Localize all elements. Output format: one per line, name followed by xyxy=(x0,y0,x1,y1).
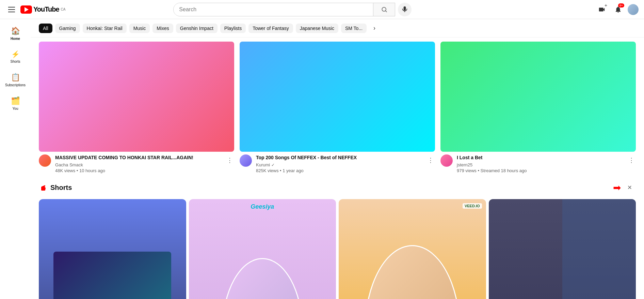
video-thumbnail-3 xyxy=(440,42,636,152)
channel-avatar-1[interactable] xyxy=(39,154,51,167)
shorts-header: Shorts ➡ × xyxy=(39,181,636,194)
youtube-logo[interactable]: YouTubeCA xyxy=(20,5,65,14)
filter-next-button[interactable]: › xyxy=(371,23,378,33)
filter-bar: All Gaming Honkai: Star Rail Music Mixes… xyxy=(31,19,644,38)
you-icon: 🗂️ xyxy=(11,96,20,105)
filter-chip-sm[interactable]: SM To... xyxy=(341,24,367,33)
search-button[interactable] xyxy=(373,3,395,16)
logo-text: YouTube xyxy=(33,5,59,13)
mic-button[interactable] xyxy=(398,3,412,16)
short-watermark-text-2: Geesiya xyxy=(251,203,274,210)
shorts-grid: Geesiya VEED.IO Well I can't read... xyxy=(39,199,636,299)
sidebar-label-subscriptions: Subscriptions xyxy=(5,83,26,87)
short-card-3[interactable]: VEED.IO Well I can't read... xyxy=(339,199,486,299)
notification-badge: 9+ xyxy=(618,3,624,8)
filter-chip-mixes[interactable]: Mixes xyxy=(152,24,173,33)
shorts-title-area: Shorts xyxy=(39,183,72,192)
sidebar-label-home: Home xyxy=(11,37,20,41)
avatar[interactable] xyxy=(628,4,639,15)
header-left: YouTubeCA xyxy=(5,4,80,15)
arrow-right-icon: ➡ xyxy=(613,182,621,193)
video-section: MASSIVE UPDATE COMING TO HONKAI STAR RAI… xyxy=(31,38,644,176)
shorts-icon: ⚡ xyxy=(11,50,20,58)
main-content: All Gaming Honkai: Star Rail Music Mixes… xyxy=(31,19,644,299)
youtube-logo-icon xyxy=(20,5,32,14)
short-card-4[interactable]: ► L STREAMER L TAKE Why you gotta do me … xyxy=(489,199,636,299)
svg-point-0 xyxy=(382,7,386,11)
search-bar xyxy=(173,3,395,16)
header-right: 9+ xyxy=(595,3,639,16)
video-thumbnail-1 xyxy=(39,42,234,152)
short-watermark-text-3: VEED.IO xyxy=(463,203,482,209)
filter-chip-music[interactable]: Music xyxy=(129,24,150,33)
shorts-section-title: Shorts xyxy=(50,184,72,192)
video-meta-1: MASSIVE UPDATE COMING TO HONKAI STAR RAI… xyxy=(55,154,221,174)
shorts-actions: ➡ × xyxy=(613,181,636,194)
channel-avatar-2[interactable] xyxy=(240,154,252,167)
video-menu-btn-1[interactable]: ⋮ xyxy=(225,155,234,165)
video-grid: MASSIVE UPDATE COMING TO HONKAI STAR RAI… xyxy=(39,42,636,176)
short-thumbnail-3: VEED.IO Well I can't read... xyxy=(339,199,486,299)
short-thumbnail-1 xyxy=(39,199,186,299)
video-meta-3: I Lost a Bet jstern25 979 views • Stream… xyxy=(457,154,623,174)
video-thumb-img-1 xyxy=(39,42,234,152)
create-button[interactable] xyxy=(595,3,609,16)
sidebar-item-subscriptions[interactable]: 📋 Subscriptions xyxy=(0,69,31,91)
sidebar-label-you: You xyxy=(13,107,18,110)
video-card-3[interactable]: I Lost a Bet jstern25 979 views • Stream… xyxy=(440,42,636,176)
video-stats-2: 825K views • 1 year ago xyxy=(256,168,422,173)
video-stats-1: 48K views • 10 hours ago xyxy=(55,168,221,173)
shorts-logo-icon xyxy=(39,183,47,192)
sidebar-item-home[interactable]: 🏠 Home xyxy=(0,23,31,45)
shorts-section: Shorts ➡ × Geesiya xyxy=(31,176,644,299)
sidebar-label-shorts: Shorts xyxy=(11,60,20,63)
video-channel-1: Gacha Smack xyxy=(55,162,221,167)
search-icon xyxy=(381,6,388,13)
video-thumb-img-2 xyxy=(240,42,435,152)
sidebar: 🏠 Home ⚡ Shorts 📋 Subscriptions 🗂️ You xyxy=(0,19,31,299)
hamburger-menu[interactable] xyxy=(5,4,18,15)
mic-icon xyxy=(401,6,408,13)
sidebar-item-you[interactable]: 🗂️ You xyxy=(0,92,31,115)
video-info-1: MASSIVE UPDATE COMING TO HONKAI STAR RAI… xyxy=(39,152,234,176)
video-info-3: I Lost a Bet jstern25 979 views • Stream… xyxy=(440,152,636,176)
short-thumbnail-4: ► L STREAMER L TAKE Why you gotta do me … xyxy=(489,199,636,299)
short-thumbnail-2: Geesiya xyxy=(189,199,336,299)
subscriptions-icon: 📋 xyxy=(11,73,20,82)
video-thumb-img-3 xyxy=(440,42,636,152)
short-card-1[interactable] xyxy=(39,199,186,299)
video-menu-btn-2[interactable]: ⋮ xyxy=(426,155,435,165)
video-channel-3: jstern25 xyxy=(457,162,623,167)
search-input[interactable] xyxy=(174,3,373,16)
video-title-1: MASSIVE UPDATE COMING TO HONKAI STAR RAI… xyxy=(55,154,221,161)
verified-badge-2: ✓ xyxy=(271,163,275,167)
filter-chip-tof[interactable]: Tower of Fantasy xyxy=(248,24,293,33)
add-icon xyxy=(604,3,608,8)
header: YouTubeCA xyxy=(0,0,644,19)
video-stats-3: 979 views • Streamed 18 hours ago xyxy=(457,168,623,173)
filter-chip-all[interactable]: All xyxy=(39,24,52,33)
header-center xyxy=(173,3,412,16)
video-thumbnail-2 xyxy=(240,42,435,152)
logo-country: CA xyxy=(61,8,66,11)
notifications-button[interactable]: 9+ xyxy=(611,3,625,16)
sidebar-item-shorts[interactable]: ⚡ Shorts xyxy=(0,46,31,68)
video-card-2[interactable]: Top 200 Songs Of NEFFEX - Best of NEFFEX… xyxy=(240,42,435,176)
video-card-1[interactable]: MASSIVE UPDATE COMING TO HONKAI STAR RAI… xyxy=(39,42,234,176)
filter-chip-japanese[interactable]: Japanese Music xyxy=(296,24,338,33)
video-title-3: I Lost a Bet xyxy=(457,154,623,161)
home-icon: 🏠 xyxy=(11,27,20,35)
video-info-2: Top 200 Songs Of NEFFEX - Best of NEFFEX… xyxy=(240,152,435,176)
video-meta-2: Top 200 Songs Of NEFFEX - Best of NEFFEX… xyxy=(256,154,422,174)
short-card-2[interactable]: Geesiya xyxy=(189,199,336,299)
filter-chip-genshin[interactable]: Genshin Impact xyxy=(176,24,218,33)
filter-chip-gaming[interactable]: Gaming xyxy=(55,24,80,33)
video-channel-2: Kurumi ✓ xyxy=(256,162,422,167)
video-menu-btn-3[interactable]: ⋮ xyxy=(627,155,636,165)
shorts-close-button[interactable]: × xyxy=(624,181,636,194)
video-title-2: Top 200 Songs Of NEFFEX - Best of NEFFEX xyxy=(256,154,422,161)
svg-line-1 xyxy=(386,11,387,12)
filter-chip-honkai[interactable]: Honkai: Star Rail xyxy=(83,24,127,33)
channel-avatar-3[interactable] xyxy=(440,154,453,167)
filter-chip-playlists[interactable]: Playlists xyxy=(220,24,246,33)
